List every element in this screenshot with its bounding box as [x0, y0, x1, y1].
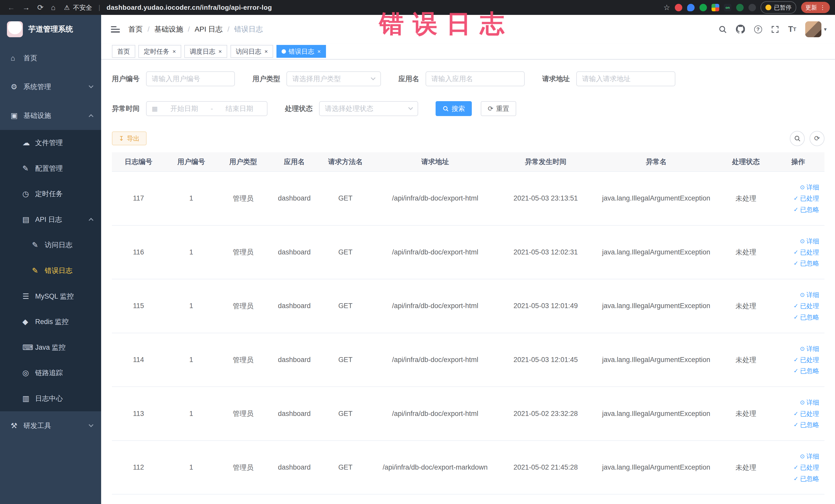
sidebar-item-log-center[interactable]: ▥ 日志中心 — [0, 386, 101, 411]
font-size-icon[interactable]: TT — [788, 25, 796, 34]
detail-link[interactable]: ⊙详细 — [772, 398, 819, 407]
extension-on-badge-icon[interactable]: on — [724, 4, 731, 11]
calendar-icon: ▦ — [152, 105, 158, 113]
cell-app: dashboard — [269, 333, 320, 387]
sidebar-item-api-log[interactable]: ▤ API 日志 — [0, 207, 101, 233]
detail-link[interactable]: ⊙详细 — [772, 237, 819, 245]
app-logo-row[interactable]: 芋道管理系统 — [0, 15, 101, 44]
cell-method: GET — [320, 225, 371, 279]
clock-icon: ◷ — [22, 189, 35, 198]
sidebar-item-config-mgmt[interactable]: ✎ 配置管理 — [0, 156, 101, 181]
avatar[interactable] — [805, 21, 821, 37]
detail-link[interactable]: ⊙详细 — [772, 452, 819, 461]
user-type-select[interactable]: 请选择用户类型 — [286, 72, 381, 86]
sidebar-item-dev-tools[interactable]: ⚒ 研发工具 — [0, 411, 101, 440]
mark-ignored-link[interactable]: ✓已忽略 — [772, 205, 819, 214]
sidebar-item-home[interactable]: ⌂ 首页 — [0, 44, 101, 73]
github-icon[interactable] — [736, 25, 745, 34]
tab-error-log[interactable]: 错误日志 × — [277, 45, 326, 58]
detail-link[interactable]: ⊙详细 — [772, 345, 819, 353]
help-icon[interactable]: ? — [754, 25, 762, 33]
mark-processed-link[interactable]: ✓已处理 — [772, 302, 819, 310]
mark-processed-link[interactable]: ✓已处理 — [772, 356, 819, 364]
gear-icon: ⚙ — [11, 82, 24, 91]
sidebar-item-infrastructure[interactable]: ▣ 基础设施 — [0, 101, 101, 130]
export-button[interactable]: ↧ 导出 — [112, 132, 147, 145]
cell-url: /api/infra/db-doc/export-html — [371, 225, 499, 279]
close-icon[interactable]: × — [264, 48, 268, 55]
extension-icon[interactable] — [687, 4, 695, 11]
eye-icon: ⊙ — [800, 291, 805, 298]
sidebar-item-mysql-monitor[interactable]: ☰ MySQL 监控 — [0, 283, 101, 309]
mark-ignored-link[interactable]: ✓已忽略 — [772, 259, 819, 267]
close-icon[interactable]: × — [317, 48, 321, 55]
request-url-input[interactable] — [576, 72, 675, 86]
sidebar-item-java-monitor[interactable]: ⌨ Java 监控 — [0, 335, 101, 360]
tab-dispatch-log[interactable]: 调度日志 × — [184, 45, 227, 58]
omnibox[interactable]: ⚠ 不安全 | dashboard.yudao.iocoder.cn/infra… — [64, 3, 272, 12]
exception-time-range-picker[interactable]: ▦ 开始日期 - 结束日期 — [146, 101, 267, 116]
breadcrumb-infrastructure[interactable]: 基础设施 — [154, 24, 183, 34]
mark-ignored-link[interactable]: ✓已忽略 — [772, 421, 819, 429]
breadcrumb-home[interactable]: 首页 — [128, 24, 143, 34]
search-icon[interactable] — [718, 25, 727, 34]
mark-processed-link[interactable]: ✓已处理 — [772, 409, 819, 418]
toggle-search-button[interactable] — [790, 131, 805, 146]
start-date-placeholder: 开始日期 — [162, 104, 206, 113]
cell-status: 未处理 — [720, 172, 772, 225]
user-id-input[interactable] — [146, 72, 235, 86]
sidebar-item-file-mgmt[interactable]: ☁ 文件管理 — [0, 130, 101, 156]
reset-button[interactable]: ⟳ 重置 — [481, 101, 516, 116]
col-status: 处理状态 — [720, 152, 772, 172]
search-button[interactable]: 搜索 — [435, 101, 472, 116]
user-menu[interactable]: ▾ — [805, 21, 827, 37]
mark-processed-link[interactable]: ✓已处理 — [772, 194, 819, 203]
mark-processed-link[interactable]: ✓已处理 — [772, 463, 819, 472]
sidebar-item-label: 访问日志 — [45, 240, 73, 249]
mark-ignored-link[interactable]: ✓已忽略 — [772, 313, 819, 321]
refresh-table-button[interactable]: ⟳ — [810, 131, 824, 146]
sidebar-item-error-log[interactable]: ✎ 错误日志 — [0, 258, 101, 283]
detail-link[interactable]: ⊙详细 — [772, 291, 819, 299]
filter-row-1: 用户编号 用户类型 请选择用户类型 应用名 — [112, 72, 824, 86]
sidebar-item-access-log[interactable]: ✎ 访问日志 — [0, 233, 101, 258]
extension-icon[interactable] — [675, 4, 682, 11]
sidebar-item-redis-monitor[interactable]: ◆ Redis 监控 — [0, 309, 101, 335]
browser-back-icon[interactable]: ← — [7, 3, 15, 12]
security-label[interactable]: 不安全 — [73, 3, 92, 12]
browser-home-icon[interactable]: ⌂ — [51, 3, 56, 12]
tab-access-log[interactable]: 访问日志 × — [230, 45, 273, 58]
tags-view: 首页 定时任务 × 调度日志 × 访问日志 × 错误日志 × — [101, 44, 835, 60]
breadcrumb-api-log[interactable]: API 日志 — [195, 24, 223, 34]
cell-user-type: 管理员 — [218, 279, 269, 333]
url-text[interactable]: dashboard.yudao.iocoder.cn/infra/log/api… — [106, 4, 272, 11]
check-icon: ✓ — [793, 421, 798, 428]
browser-menu-kebab-icon[interactable]: ⋮ — [820, 4, 826, 11]
mark-ignored-link[interactable]: ✓已忽略 — [772, 367, 819, 375]
sidebar-item-scheduled-jobs[interactable]: ◷ 定时任务 — [0, 181, 101, 207]
sidebar-item-system-mgmt[interactable]: ⚙ 系统管理 — [0, 73, 101, 101]
extension-icon[interactable] — [736, 4, 744, 11]
tab-scheduled-jobs[interactable]: 定时任务 × — [138, 45, 181, 58]
cell-time: 2021-05-03 12:02:31 — [499, 225, 592, 279]
cell-status: 未处理 — [720, 387, 772, 441]
extension-icon[interactable] — [712, 4, 719, 11]
browser-reload-icon[interactable]: ⟳ — [37, 3, 43, 12]
tab-home[interactable]: 首页 — [112, 45, 135, 58]
sidebar-item-tracing[interactable]: ◎ 链路追踪 — [0, 360, 101, 386]
process-status-select[interactable]: 请选择处理状态 — [319, 101, 418, 116]
bookmark-star-icon[interactable]: ☆ — [664, 3, 670, 12]
detail-link[interactable]: ⊙详细 — [772, 183, 819, 191]
mark-processed-link[interactable]: ✓已处理 — [772, 248, 819, 257]
close-icon[interactable]: × — [172, 48, 176, 55]
extension-icon[interactable] — [699, 4, 707, 11]
sidebar-collapse-icon[interactable] — [111, 26, 120, 33]
paused-badge[interactable]: 已暂停 — [760, 1, 796, 13]
close-icon[interactable]: × — [219, 48, 222, 55]
extension-icon[interactable] — [749, 4, 756, 11]
fullscreen-icon[interactable] — [771, 25, 779, 33]
mark-ignored-link[interactable]: ✓已忽略 — [772, 475, 819, 483]
update-button[interactable]: 更新 ⋮ — [801, 2, 830, 13]
app-name-input[interactable] — [426, 72, 525, 86]
browser-forward-icon[interactable]: → — [22, 3, 30, 12]
